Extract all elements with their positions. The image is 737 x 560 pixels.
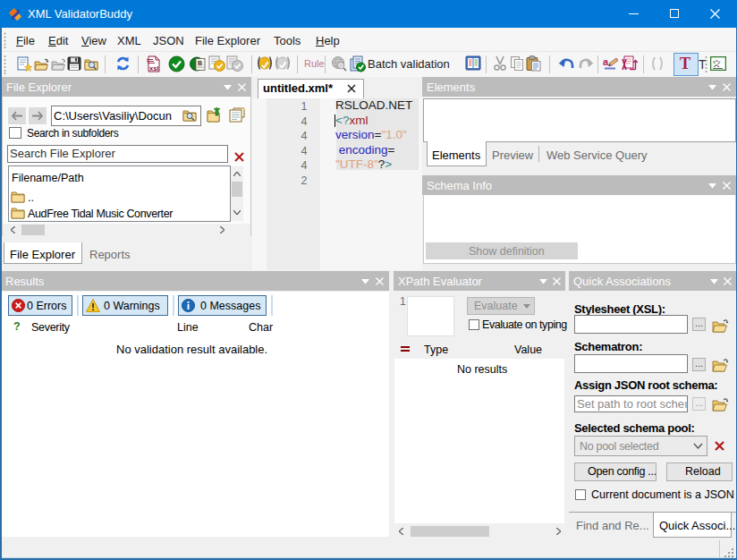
svg-text:a: a [603,56,609,67]
svg-text:B: B [198,60,202,66]
svg-text:xsl: xsl [149,64,158,72]
svg-text:x*y: x*y [713,59,720,64]
